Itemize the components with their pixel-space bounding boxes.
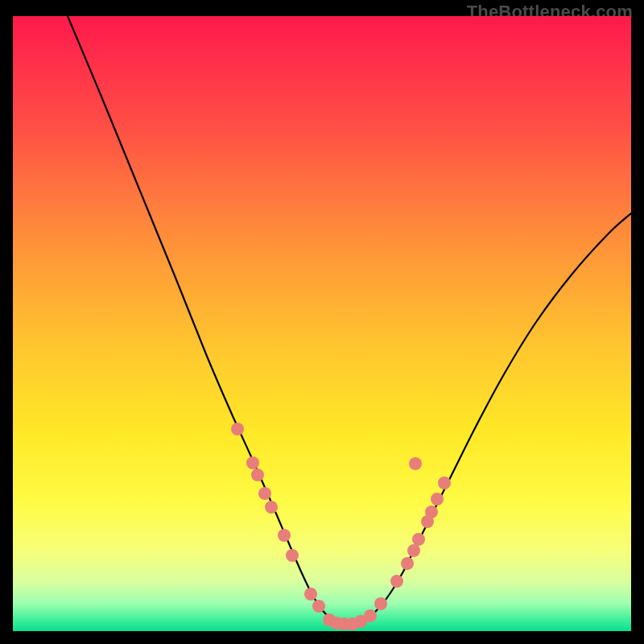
data-point (312, 600, 325, 613)
data-point (409, 457, 422, 470)
data-point (258, 487, 271, 500)
data-point (251, 469, 264, 481)
chart-frame: TheBottleneck.com (0, 0, 644, 644)
data-point (425, 506, 438, 518)
data-point (390, 575, 403, 588)
chart-svg (13, 16, 631, 631)
data-point (374, 597, 387, 610)
data-point (286, 549, 299, 562)
data-point (246, 456, 259, 469)
data-point (364, 609, 377, 622)
data-point (412, 533, 425, 546)
data-point (278, 529, 291, 542)
data-point (265, 501, 278, 514)
data-point (304, 588, 317, 601)
data-point (401, 557, 414, 570)
plot-area (13, 16, 631, 631)
data-point (438, 477, 451, 489)
data-point (231, 423, 244, 436)
data-point (407, 544, 420, 557)
data-point (431, 493, 444, 506)
